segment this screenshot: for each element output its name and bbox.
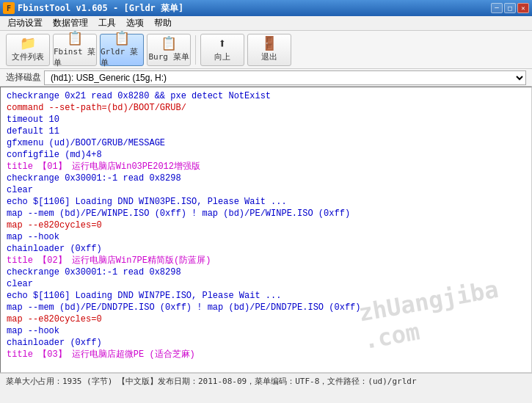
tool-up[interactable]: ⬆ 向上: [200, 34, 244, 66]
tool-fbinst-menu-label: Fbinst 菜单: [54, 46, 96, 68]
minimize-button[interactable]: ─: [491, 3, 503, 13]
code-line: title 【03】 运行电脑店超微PE (适合芝麻): [7, 349, 525, 360]
disk-select[interactable]: (hd1): USB_Generic (15g, H:): [44, 70, 526, 85]
title-bar-left: F FbinstTool v1.605 - [Grldr 菜单]: [3, 2, 183, 15]
disk-row: 选择磁盘 (hd1): USB_Generic (15g, H:): [0, 69, 532, 87]
tool-burg-menu[interactable]: 📋 Burg 菜单: [147, 34, 191, 66]
tool-up-label: 向上: [214, 51, 230, 62]
toolbar-separator: [195, 35, 196, 65]
code-line: echo $[1106] Loading DND WIN03PE.ISO, Pl…: [7, 196, 525, 208]
code-line: checkrange 0x30001:-1 read 0x8298: [7, 266, 525, 278]
code-line: map --hook: [7, 325, 525, 337]
tool-fbinst-menu[interactable]: 📋 Fbinst 菜单: [53, 34, 97, 66]
code-editor[interactable]: zhUangjiba .com checkrange 0x21 read 0x8…: [0, 87, 532, 373]
close-button[interactable]: ✕: [517, 3, 529, 13]
maximize-button[interactable]: □: [504, 3, 516, 13]
code-line: clear: [7, 278, 525, 290]
code-line: map --hook: [7, 231, 525, 243]
tool-file-list-label: 文件列表: [12, 51, 44, 62]
status-text: 菜单大小占用：1935 (字节) 【中文版】发布日期：2011-08-09，菜单…: [6, 376, 417, 387]
code-line: map --mem (bd)/PE/WINPE.ISO (0xff) ! map…: [7, 208, 525, 219]
app-icon: F: [3, 2, 15, 14]
code-line: command --set-path=(bd)/BOOT/GRUB/: [7, 102, 525, 114]
title-bar: F FbinstTool v1.605 - [Grldr 菜单] ─ □ ✕: [0, 0, 532, 16]
burg-menu-icon: 📋: [161, 37, 177, 50]
menu-data-mgmt[interactable]: 数据管理: [48, 15, 92, 31]
tool-burg-menu-label: Burg 菜单: [148, 51, 189, 62]
code-line: default 11: [7, 126, 525, 137]
code-line: map --e820cycles=0: [7, 219, 525, 231]
disk-label: 选择磁盘: [6, 71, 41, 84]
menu-options[interactable]: 选项: [122, 15, 148, 31]
up-icon: ⬆: [219, 37, 227, 50]
tool-exit-label: 退出: [261, 51, 277, 62]
menu-startup[interactable]: 启动设置: [3, 15, 47, 31]
code-line: checkrange 0x21 read 0x8280 && pxe detec…: [7, 90, 525, 102]
code-line: map --mem (bd)/PE/DND7PE.ISO (0xff) ! ma…: [7, 302, 525, 313]
title-bar-controls: ─ □ ✕: [491, 3, 529, 13]
code-line: configfile (md)4+8: [7, 149, 525, 161]
code-line: echo $[1106] Loading DND WIN7PE.ISO, Ple…: [7, 290, 525, 302]
tool-grldr-menu[interactable]: 📋 Grldr 菜单: [100, 34, 144, 66]
code-line: chainloader (0xff): [7, 337, 525, 349]
status-bar: 菜单大小占用：1935 (字节) 【中文版】发布日期：2011-08-09，菜单…: [0, 373, 532, 389]
menu-help[interactable]: 帮助: [150, 15, 176, 31]
code-line: title 【01】 运行电脑店Win03PE2012增强版: [7, 161, 525, 173]
code-line: title 【02】 运行电脑店Win7PE精简版(防蓝屏): [7, 255, 525, 266]
code-line: chainloader (0xff): [7, 243, 525, 255]
tool-exit[interactable]: 🚪 退出: [247, 34, 291, 66]
exit-icon: 🚪: [261, 37, 277, 50]
code-line: timeout 10: [7, 114, 525, 126]
menu-tools[interactable]: 工具: [94, 15, 120, 31]
code-line: map --e820cycles=0: [7, 313, 525, 325]
grldr-menu-icon: 📋: [114, 32, 130, 45]
tool-file-list[interactable]: 📁 文件列表: [6, 34, 50, 66]
code-line: clear: [7, 184, 525, 196]
toolbar: 📁 文件列表 📋 Fbinst 菜单 📋 Grldr 菜单 📋 Burg 菜单 …: [0, 31, 532, 69]
tool-grldr-menu-label: Grldr 菜单: [101, 46, 143, 68]
code-line: gfxmenu (ud)/BOOT/GRUB/MESSAGE: [7, 137, 525, 149]
code-line: checkrange 0x30001:-1 read 0x8298: [7, 173, 525, 184]
fbinst-menu-icon: 📋: [67, 32, 83, 45]
title-bar-text: FbinstTool v1.605 - [Grldr 菜单]: [18, 2, 183, 15]
menu-bar: 启动设置 数据管理 工具 选项 帮助: [0, 16, 532, 31]
file-list-icon: 📁: [20, 37, 36, 50]
